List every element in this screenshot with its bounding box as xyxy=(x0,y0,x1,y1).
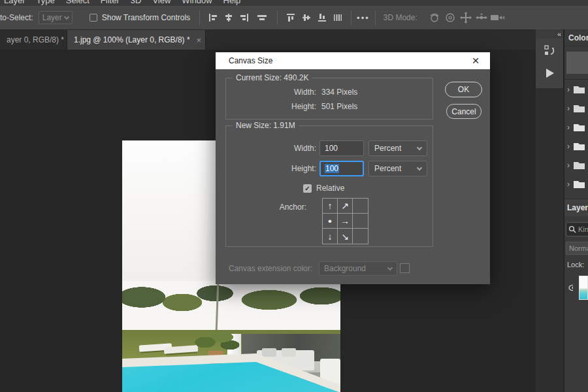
extension-color-swatch xyxy=(400,263,410,273)
panel-dock-strip: « xyxy=(536,29,564,392)
swatch-group[interactable]: › xyxy=(564,155,588,174)
more-options-icon[interactable]: ••• xyxy=(357,13,370,23)
anchor-cell-right[interactable]: → xyxy=(338,214,353,229)
history-panel-icon[interactable] xyxy=(544,44,557,59)
current-size-group: Current Size: 490.2K Width: 334 Pixels H… xyxy=(225,78,433,120)
relative-checkbox[interactable]: ✓ xyxy=(303,184,312,193)
width-input[interactable]: 100 xyxy=(319,140,364,156)
chevron-right-icon: › xyxy=(567,85,570,94)
actions-panel-icon[interactable] xyxy=(546,68,555,80)
width-unit-dropdown[interactable]: Percent xyxy=(368,140,427,156)
auto-select-value: Layer xyxy=(42,13,62,22)
current-size-legend: Current Size: 490.2K xyxy=(233,73,312,82)
auto-select-dropdown: Layer xyxy=(39,11,73,24)
folder-icon xyxy=(573,85,585,94)
photo-cushion xyxy=(262,348,276,357)
separator xyxy=(351,10,351,25)
swatch-group[interactable]: › xyxy=(564,118,588,137)
dialog-title-bar[interactable]: Canvas Size × xyxy=(216,52,490,69)
collapse-icon: « xyxy=(557,30,561,38)
document-tab-active[interactable]: 1.jpg @ 100% (Layer 0, RGB/8) * × xyxy=(67,30,206,50)
color-tab-label: Color xyxy=(568,33,588,42)
color-field[interactable] xyxy=(566,52,588,74)
slide-3d-camera-icon[interactable] xyxy=(474,10,489,25)
align-top-icon[interactable] xyxy=(283,10,299,25)
layers-filter-value: Kin xyxy=(578,225,588,233)
document-tab[interactable]: ayer 0, RGB/8) * × xyxy=(0,30,67,50)
show-transform-label: Show Transform Controls xyxy=(102,13,190,22)
anchor-cell[interactable] xyxy=(353,229,368,244)
layers-filter-input[interactable]: Kin xyxy=(566,222,588,237)
chevron-right-icon: › xyxy=(567,180,570,189)
swatch-group[interactable]: › xyxy=(564,137,588,155)
anchor-cell-origin[interactable]: • xyxy=(323,214,338,229)
align-middle-vertical-icon[interactable] xyxy=(299,10,314,25)
roll-3d-camera-icon[interactable] xyxy=(442,10,458,25)
chevron-down-icon xyxy=(417,144,422,150)
chevron-down-icon xyxy=(387,265,393,270)
menu-item-view[interactable]: View xyxy=(152,0,171,5)
canvas-extension-color-value: Background xyxy=(324,264,366,273)
ok-button[interactable]: OK xyxy=(445,82,482,97)
tab-layers[interactable]: Layers xyxy=(564,199,588,216)
new-width-label: Width: xyxy=(226,144,316,153)
current-width-value: 334 Pixels xyxy=(321,88,357,97)
close-icon[interactable]: × xyxy=(197,35,202,45)
distribute-horizontal-icon[interactable] xyxy=(252,10,272,25)
close-icon[interactable]: × xyxy=(466,52,485,69)
pan-3d-camera-icon[interactable] xyxy=(458,10,474,25)
menu-item-help[interactable]: Help xyxy=(223,0,241,5)
align-center-horizontal-icon[interactable] xyxy=(221,10,237,25)
relative-label: Relative xyxy=(316,184,344,193)
anchor-cell-down[interactable]: ↓ xyxy=(323,229,338,244)
anchor-cell-up-right[interactable]: ↗ xyxy=(338,199,353,214)
current-width-label: Width: xyxy=(226,88,316,97)
anchor-cell-down-right[interactable]: ↘ xyxy=(338,229,353,244)
show-transform-checkbox[interactable] xyxy=(90,14,97,22)
tab-color[interactable]: Color xyxy=(564,29,588,46)
orbit-3d-camera-icon[interactable] xyxy=(427,10,442,25)
menu-item-window[interactable]: Window xyxy=(182,0,212,5)
height-input[interactable]: 100 xyxy=(319,161,364,176)
align-bottom-icon[interactable] xyxy=(314,10,330,25)
new-size-group: New Size: 1.91M Width: 100 Percent Heigh… xyxy=(225,125,433,247)
new-height-label: Height: xyxy=(226,164,316,173)
move-3d-camera-icon[interactable] xyxy=(489,10,505,25)
folder-icon xyxy=(573,123,585,132)
layer-row[interactable] xyxy=(564,276,588,300)
menu-item-3d[interactable]: 3D xyxy=(131,0,142,5)
menu-item-type[interactable]: Type xyxy=(37,0,55,5)
align-left-icon[interactable] xyxy=(205,10,221,25)
layer-thumbnail[interactable] xyxy=(579,276,588,300)
menu-item-filter[interactable]: Filter xyxy=(101,0,120,5)
distribute-vertical-icon[interactable] xyxy=(330,10,346,25)
chevron-right-icon: › xyxy=(567,161,570,170)
anchor-cell-up[interactable]: ↑ xyxy=(323,199,338,214)
separator xyxy=(375,10,376,25)
collapse-panels-button[interactable]: « xyxy=(536,29,564,39)
photo-cushion xyxy=(282,348,296,357)
swatch-group[interactable]: › xyxy=(564,174,588,193)
blend-mode-value: Norma xyxy=(569,244,588,252)
height-value: 100 xyxy=(325,164,339,173)
anchor-cell[interactable] xyxy=(353,199,368,214)
swatch-group[interactable]: › xyxy=(564,80,588,99)
canvas-extension-color-dropdown: Background xyxy=(319,261,397,276)
anchor-cell[interactable] xyxy=(353,214,368,229)
menu-item-layer[interactable]: Layer xyxy=(4,0,25,5)
menu-item-select[interactable]: Select xyxy=(66,0,90,5)
folder-icon xyxy=(573,104,585,113)
chevron-down-icon xyxy=(63,14,69,19)
blend-mode-dropdown[interactable]: Norma xyxy=(566,242,588,255)
swatch-group[interactable]: › xyxy=(564,99,588,118)
align-right-icon[interactable] xyxy=(237,10,252,25)
visibility-eye-icon[interactable] xyxy=(568,284,573,291)
width-value: 100 xyxy=(325,144,338,153)
chevron-right-icon: › xyxy=(567,123,570,132)
cancel-button[interactable]: Cancel xyxy=(446,104,482,119)
options-bar: to-Select: Layer Show Transform Controls xyxy=(0,6,588,30)
folder-icon xyxy=(573,161,585,170)
tab-label: 1.jpg @ 100% (Layer 0, RGB/8) * xyxy=(74,35,190,44)
current-height-value: 501 Pixels xyxy=(321,102,357,111)
height-unit-dropdown[interactable]: Percent xyxy=(368,161,427,176)
